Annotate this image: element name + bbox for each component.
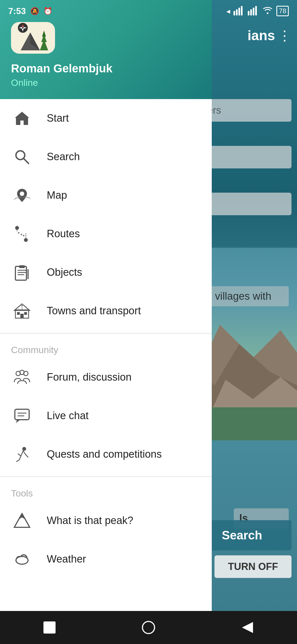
svg-marker-70 (242, 622, 253, 633)
status-left: 7:53 🔕 ⏰ (8, 6, 52, 16)
tools-section-header: Tools (0, 480, 212, 501)
nav-label-routes: Routes (47, 228, 80, 240)
wifi-icon (262, 6, 273, 17)
status-right: ◂ 78 (226, 6, 289, 17)
mute-icon: 🔕 (30, 7, 39, 15)
bg-turnoff-btn: TURN OFF (215, 555, 292, 578)
svg-rect-11 (250, 9, 252, 15)
drawer-content[interactable]: Start Search (0, 99, 212, 644)
svg-line-58 (19, 456, 21, 460)
signal-icon-1 (233, 6, 244, 17)
svg-marker-24 (42, 31, 46, 37)
svg-line-57 (18, 454, 21, 456)
svg-point-34 (23, 235, 24, 236)
status-bar: 7:53 🔕 ⏰ ◂ (0, 0, 297, 22)
svg-rect-8 (238, 8, 240, 15)
svg-rect-43 (17, 312, 20, 315)
nav-item-start[interactable]: Start (0, 99, 212, 138)
svg-point-28 (15, 226, 19, 230)
svg-point-46 (21, 304, 23, 306)
nav-item-search[interactable]: Search (0, 138, 212, 176)
bg-header-title: ians (248, 28, 275, 43)
battery-icon: 78 (276, 6, 289, 16)
bg-villages-text: d villages with (201, 286, 289, 306)
svg-point-69 (142, 621, 155, 634)
svg-point-32 (18, 232, 20, 234)
svg-point-33 (21, 234, 22, 235)
nav-item-routes[interactable]: Routes (0, 215, 212, 253)
time-display: 7:53 (8, 6, 26, 16)
nav-item-peak[interactable]: What is that peak? (0, 501, 212, 540)
livechat-icon (11, 405, 33, 427)
community-divider (0, 333, 212, 334)
search-icon (11, 146, 33, 168)
nav-label-map: Map (47, 189, 67, 201)
nav-label-quests: Quests and competitions (47, 448, 162, 460)
nav-item-livechat[interactable]: Live chat (0, 397, 212, 435)
bottom-nav (0, 611, 297, 644)
svg-rect-12 (253, 8, 254, 15)
nav-item-map[interactable]: Map (0, 176, 212, 215)
stop-button[interactable] (38, 616, 61, 638)
home-icon (11, 107, 33, 129)
bg-header-dots: ⋮ (278, 28, 292, 43)
map-icon (11, 184, 33, 206)
quests-icon (11, 443, 33, 465)
nav-item-towns[interactable]: Towns and transport (0, 292, 212, 330)
svg-rect-51 (15, 409, 29, 420)
routes-icon (11, 223, 33, 245)
nav-label-search: Search (47, 151, 80, 163)
app-icon-wrapper (11, 22, 55, 54)
svg-rect-68 (43, 621, 56, 634)
nav-item-objects[interactable]: Objects (0, 253, 212, 292)
svg-rect-45 (20, 314, 24, 318)
back-button[interactable] (237, 616, 258, 638)
nav-label-towns: Towns and transport (47, 305, 141, 317)
home-button[interactable] (138, 616, 160, 638)
svg-rect-9 (241, 6, 243, 15)
nav-item-weather[interactable]: Weather (0, 540, 212, 578)
navigation-drawer: Roman Gelembjuk Online Start Search (0, 0, 212, 644)
nav-label-forum: Forum, discussion (47, 371, 131, 383)
svg-line-59 (16, 460, 19, 462)
objects-icon (11, 261, 33, 283)
svg-rect-7 (236, 9, 238, 15)
svg-rect-6 (233, 11, 235, 15)
svg-rect-13 (255, 6, 257, 15)
nav-label-objects: Objects (47, 266, 82, 278)
svg-line-26 (23, 158, 29, 163)
forum-icon (11, 366, 33, 388)
tools-divider (0, 476, 212, 477)
svg-line-60 (23, 451, 26, 455)
svg-rect-10 (248, 11, 249, 15)
svg-rect-35 (15, 266, 26, 280)
nav-label-weather: Weather (47, 553, 86, 565)
svg-point-67 (18, 557, 26, 562)
svg-point-14 (267, 12, 268, 14)
nav-item-forum[interactable]: Forum, discussion (0, 358, 212, 397)
location-icon: ◂ (226, 7, 230, 16)
nav-label-start: Start (47, 112, 69, 124)
svg-rect-44 (24, 312, 27, 315)
peak-icon (11, 510, 33, 532)
svg-rect-39 (19, 265, 25, 268)
user-status: Online (11, 77, 201, 88)
nav-label-peak: What is that peak? (47, 515, 133, 526)
svg-point-55 (22, 447, 26, 451)
app-icon (15, 22, 51, 54)
alarm-icon: ⏰ (43, 7, 52, 15)
user-name: Roman Gelembjuk (11, 62, 201, 75)
svg-point-30 (24, 238, 28, 242)
svg-line-61 (26, 455, 28, 457)
towns-icon (11, 300, 33, 322)
svg-line-56 (21, 451, 23, 456)
weather-icon (11, 548, 33, 570)
community-section-header: Community (0, 336, 212, 358)
svg-point-27 (20, 192, 24, 196)
nav-item-quests[interactable]: Quests and competitions (0, 435, 212, 474)
nav-label-livechat: Live chat (47, 410, 89, 422)
signal-icon-2 (248, 6, 259, 17)
